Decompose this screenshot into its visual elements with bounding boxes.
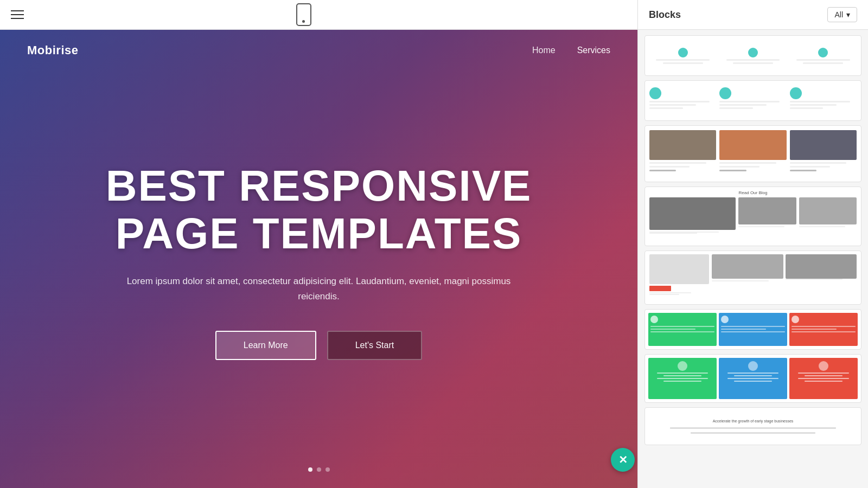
hero-content: BEST RESPONSIVE PAGE TEMPLATES Lorem ips… xyxy=(0,55,637,467)
block-link xyxy=(790,170,816,171)
block-thumb-8[interactable]: Accelerate the growth of early stage bus… xyxy=(644,407,861,445)
block-icon xyxy=(748,48,758,57)
nav-services[interactable]: Services xyxy=(577,46,610,55)
block-line xyxy=(656,59,710,61)
block-blog-grid xyxy=(649,197,857,243)
block-line xyxy=(805,381,843,382)
canvas-area: Mobirise Home Services BEST RESPONSIVE P… xyxy=(0,30,637,488)
block-card xyxy=(719,358,787,399)
block-image xyxy=(719,130,786,160)
filter-dropdown[interactable]: All ▾ xyxy=(827,7,857,22)
nav-links: Home Services xyxy=(532,46,610,55)
block-thumb-5[interactable] xyxy=(644,251,861,305)
mobile-icon[interactable] xyxy=(296,3,311,26)
block-line xyxy=(733,62,773,64)
block-line xyxy=(650,329,695,330)
block-icon xyxy=(819,361,828,371)
hamburger-menu[interactable] xyxy=(11,10,24,19)
block-line xyxy=(790,107,824,109)
block-line xyxy=(649,166,690,168)
block-col xyxy=(719,48,786,64)
block-thumb-3[interactable] xyxy=(644,125,861,182)
block-col xyxy=(786,254,857,301)
block-icon xyxy=(721,316,729,323)
dot-1[interactable] xyxy=(308,467,312,472)
block-line xyxy=(649,294,679,295)
block-line xyxy=(719,166,760,168)
hero-title: BEST RESPONSIVE PAGE TEMPLATES xyxy=(106,162,532,258)
close-panel-button[interactable]: ✕ xyxy=(611,448,635,472)
chevron-down-icon: ▾ xyxy=(846,10,850,19)
block-line xyxy=(663,381,702,382)
block-thumb-2[interactable] xyxy=(644,80,861,121)
dot-2[interactable] xyxy=(317,467,321,472)
block-feature-col xyxy=(648,313,717,346)
learn-more-button[interactable]: Learn More xyxy=(215,331,316,360)
panel-header: Blocks All ▾ xyxy=(638,0,868,30)
block-icon xyxy=(678,48,688,57)
block-icon xyxy=(650,316,658,323)
block-image xyxy=(649,254,709,284)
toolbar xyxy=(0,0,637,30)
block-col xyxy=(712,254,783,301)
block-line xyxy=(734,375,773,376)
block-line xyxy=(792,331,856,332)
block-text-label: Accelerate the growth of early stage bus… xyxy=(713,419,794,423)
blocks-panel: Blocks All ▾ xyxy=(637,0,868,488)
block-line xyxy=(663,375,702,376)
block-line xyxy=(727,378,778,379)
block-icon xyxy=(792,316,799,323)
block-line xyxy=(727,373,778,374)
block-line xyxy=(726,59,780,61)
block-card xyxy=(649,130,716,177)
block-line xyxy=(734,381,773,382)
block-main-post xyxy=(649,197,736,243)
block-link xyxy=(649,170,676,171)
block-line xyxy=(712,280,769,281)
block-line xyxy=(650,331,714,332)
block-line xyxy=(792,329,837,330)
block-icon xyxy=(748,361,758,371)
block-thumb-1[interactable] xyxy=(644,35,861,76)
carousel-dots xyxy=(0,467,637,488)
block-image xyxy=(790,130,857,160)
dot-3[interactable] xyxy=(326,467,330,472)
block-line xyxy=(649,107,683,109)
block-line xyxy=(719,104,766,106)
block-link xyxy=(719,170,746,171)
block-line xyxy=(649,162,706,164)
phone-dot xyxy=(302,20,305,23)
block-line xyxy=(691,432,815,434)
block-thumb-7[interactable] xyxy=(644,354,861,403)
block-line xyxy=(790,101,850,102)
block-col xyxy=(649,85,716,109)
lets-start-button[interactable]: Let's Start xyxy=(327,331,423,360)
block-thumb-6[interactable] xyxy=(644,309,861,350)
block-card xyxy=(789,358,858,399)
hero-section: Mobirise Home Services BEST RESPONSIVE P… xyxy=(0,30,637,488)
block-line xyxy=(790,166,830,168)
block-feature-col xyxy=(719,313,787,346)
nav-home[interactable]: Home xyxy=(532,46,556,55)
block-line xyxy=(649,101,710,102)
blocks-scroll[interactable]: Read Our Blog xyxy=(638,30,868,488)
block-feature-col xyxy=(789,313,858,346)
block-line xyxy=(721,326,785,327)
block-line xyxy=(786,279,843,280)
block-secondary-posts xyxy=(738,197,796,243)
block-line xyxy=(663,62,703,64)
block-line xyxy=(799,226,845,227)
block-line xyxy=(657,378,708,379)
device-preview[interactable] xyxy=(296,3,311,26)
block-image xyxy=(712,254,783,279)
block-circle xyxy=(649,87,661,99)
block-blog-title: Read Our Blog xyxy=(649,190,857,195)
hamburger-icon[interactable] xyxy=(11,10,24,19)
block-col xyxy=(649,48,716,64)
block-line xyxy=(796,59,850,61)
block-thumb-4[interactable]: Read Our Blog xyxy=(644,187,861,246)
block-icon xyxy=(678,361,687,371)
hero-buttons: Learn More Let's Start xyxy=(215,331,422,360)
block-line xyxy=(649,104,696,106)
block-secondary-posts xyxy=(799,197,857,243)
